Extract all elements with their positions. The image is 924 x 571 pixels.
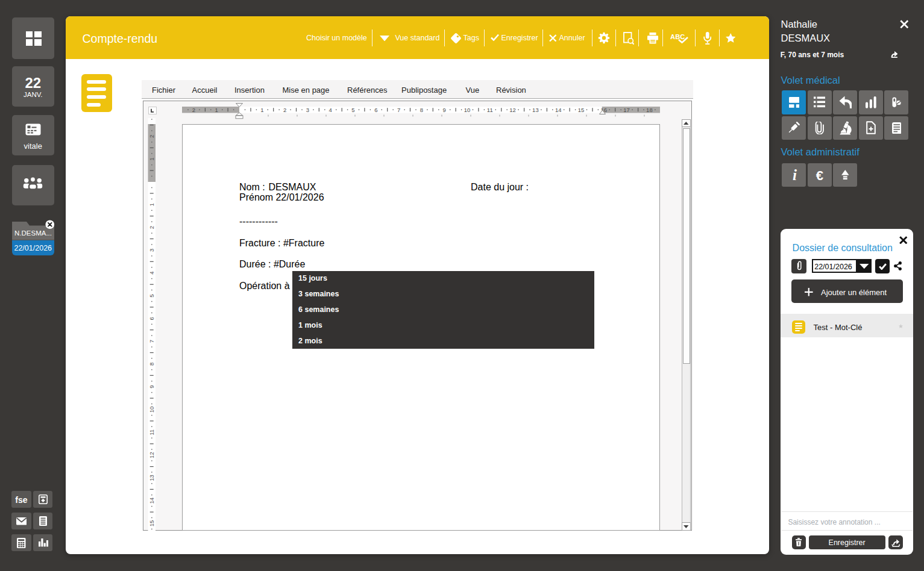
svg-text:10: 10: [148, 407, 155, 413]
svg-text:11: 11: [486, 107, 492, 113]
svg-text:15: 15: [148, 520, 155, 527]
svg-text:6: 6: [374, 107, 377, 113]
svg-text:1: 1: [148, 158, 155, 161]
svg-text:4: 4: [328, 107, 332, 113]
svg-text:8: 8: [420, 107, 423, 113]
svg-text:1: 1: [148, 203, 155, 206]
svg-text:14: 14: [555, 107, 561, 113]
svg-text:7: 7: [397, 107, 400, 113]
svg-text:15: 15: [577, 107, 584, 113]
svg-text:7: 7: [148, 340, 155, 343]
svg-text:6: 6: [148, 317, 155, 320]
svg-text:18: 18: [646, 107, 653, 113]
svg-text:1: 1: [215, 107, 218, 113]
svg-text:11: 11: [148, 429, 155, 435]
svg-text:2: 2: [148, 135, 155, 138]
svg-text:2: 2: [192, 107, 195, 113]
svg-text:8: 8: [148, 363, 155, 366]
svg-text:5: 5: [351, 107, 354, 113]
svg-text:4: 4: [148, 272, 155, 275]
svg-text:5: 5: [148, 294, 155, 297]
svg-text:2: 2: [283, 107, 286, 113]
svg-text:10: 10: [464, 107, 470, 113]
svg-text:12: 12: [148, 452, 155, 458]
svg-text:13: 13: [148, 475, 155, 481]
svg-text:17: 17: [623, 107, 630, 113]
svg-text:2: 2: [148, 226, 155, 229]
svg-text:9: 9: [148, 385, 155, 388]
svg-text:3: 3: [148, 249, 155, 252]
svg-text:9: 9: [442, 107, 445, 113]
svg-text:3: 3: [306, 107, 309, 113]
svg-text:1: 1: [260, 107, 263, 113]
svg-text:13: 13: [532, 107, 539, 113]
svg-text:14: 14: [148, 498, 155, 504]
svg-text:12: 12: [509, 107, 516, 113]
